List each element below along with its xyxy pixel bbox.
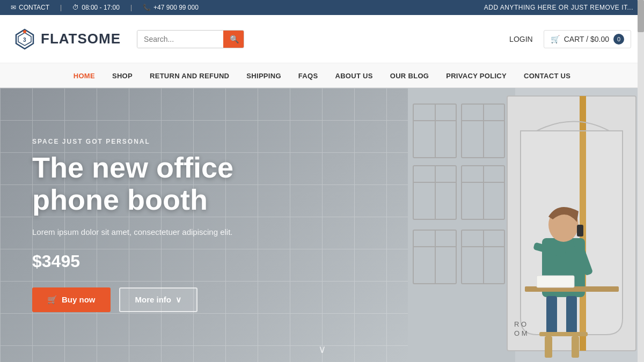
scrollbar[interactable] bbox=[638, 0, 644, 362]
nav-item-about[interactable]: ABOUT US bbox=[327, 68, 380, 84]
svg-point-2 bbox=[23, 30, 26, 33]
chevron-down-icon: ∨ bbox=[175, 295, 181, 305]
svg-text:R  O: R O bbox=[514, 320, 526, 328]
cart-icon: 🛒 bbox=[551, 35, 560, 43]
clock-icon: ⏱ bbox=[72, 4, 79, 11]
envelope-icon: ✉ bbox=[11, 4, 16, 11]
nav-item-shop[interactable]: SHOP bbox=[105, 68, 140, 84]
svg-rect-37 bbox=[572, 336, 579, 358]
scroll-down-arrow[interactable]: ∨ bbox=[318, 343, 326, 356]
nav-item-blog[interactable]: OUR BLOG bbox=[383, 68, 436, 84]
logo-text: FLATSOME bbox=[41, 31, 121, 47]
svg-rect-8 bbox=[435, 104, 436, 158]
svg-rect-14 bbox=[435, 166, 436, 219]
nav-list: HOME SHOP RETURN AND REFUND SHIPPING FAQ… bbox=[66, 71, 579, 80]
hero-title: The new office phone booth bbox=[32, 152, 376, 216]
more-info-button[interactable]: More info ∨ bbox=[119, 287, 198, 312]
hero-price: $3495 bbox=[32, 252, 376, 271]
buy-now-button[interactable]: 🛒 Buy now bbox=[32, 287, 111, 312]
hero-content: SPACE JUST GOT PERSONAL The new office p… bbox=[0, 88, 408, 362]
top-bar: ✉ CONTACT | ⏱ 08:00 - 17:00 | 📞 +47 900 … bbox=[0, 0, 644, 15]
svg-rect-32 bbox=[537, 276, 574, 287]
hours-item: ⏱ 08:00 - 17:00 bbox=[72, 4, 120, 11]
nav-item-shipping[interactable]: SHIPPING bbox=[239, 68, 289, 84]
divider-1: | bbox=[60, 4, 62, 11]
hero-description: Lorem ipsum dolor sit amet, consectetuer… bbox=[32, 226, 376, 239]
hero-subtitle: SPACE JUST GOT PERSONAL bbox=[32, 138, 376, 145]
logo-icon: 3 bbox=[13, 27, 36, 51]
booth-illustration: R O O M bbox=[408, 88, 644, 362]
phone-item[interactable]: 📞 +47 900 99 000 bbox=[143, 4, 199, 11]
svg-rect-11 bbox=[483, 104, 484, 158]
cart-badge: 0 bbox=[613, 34, 624, 45]
nav-item-return[interactable]: RETURN AND REFUND bbox=[142, 68, 237, 84]
nav-item-contact[interactable]: CONTACT US bbox=[516, 68, 578, 84]
search-bar[interactable]: 🔍 bbox=[137, 30, 244, 48]
search-icon: 🔍 bbox=[230, 35, 239, 43]
logo[interactable]: 3 FLATSOME bbox=[13, 27, 121, 51]
svg-rect-36 bbox=[545, 336, 552, 358]
svg-text:3: 3 bbox=[23, 37, 26, 43]
cart-icon: 🛒 bbox=[47, 295, 57, 305]
search-input[interactable] bbox=[137, 31, 223, 48]
login-link[interactable]: LOGIN bbox=[509, 35, 533, 43]
divider-2: | bbox=[130, 4, 132, 11]
phone-icon: 📞 bbox=[143, 4, 151, 11]
svg-rect-33 bbox=[546, 296, 557, 334]
nav-item-faqs[interactable]: FAQS bbox=[291, 68, 326, 84]
svg-rect-23 bbox=[483, 230, 484, 284]
hours-label: 08:00 - 17:00 bbox=[82, 4, 120, 11]
header: 3 FLATSOME 🔍 LOGIN 🛒 CART / $0.00 0 bbox=[0, 15, 644, 63]
hero-section: R O O M SPACE JUST GOT PERSONAL The new … bbox=[0, 88, 644, 362]
header-right: LOGIN 🛒 CART / $0.00 0 bbox=[509, 30, 631, 48]
scrollbar-thumb[interactable] bbox=[638, 0, 644, 32]
svg-rect-17 bbox=[483, 166, 484, 219]
cart-label: CART / $0.00 bbox=[564, 35, 609, 43]
svg-rect-34 bbox=[566, 296, 577, 334]
top-bar-left: ✉ CONTACT | ⏱ 08:00 - 17:00 | 📞 +47 900 … bbox=[11, 4, 199, 11]
hero-buttons: 🛒 Buy now More info ∨ bbox=[32, 287, 376, 312]
svg-rect-29 bbox=[577, 225, 583, 237]
cart-button[interactable]: 🛒 CART / $0.00 0 bbox=[544, 30, 631, 48]
svg-text:O  M: O M bbox=[514, 329, 528, 337]
phone-label: +47 900 99 000 bbox=[153, 4, 199, 11]
top-bar-promo: ADD ANYTHING HERE OR JUST REMOVE IT... bbox=[484, 4, 633, 11]
main-nav: HOME SHOP RETURN AND REFUND SHIPPING FAQ… bbox=[0, 63, 644, 88]
search-button[interactable]: 🔍 bbox=[223, 31, 244, 48]
nav-item-privacy[interactable]: PRIVACY POLICY bbox=[438, 68, 514, 84]
nav-item-home[interactable]: HOME bbox=[66, 68, 103, 84]
svg-rect-35 bbox=[539, 332, 588, 336]
hero-right-panel: R O O M bbox=[408, 88, 644, 362]
contact-item[interactable]: ✉ CONTACT bbox=[11, 4, 49, 11]
contact-label: CONTACT bbox=[19, 4, 49, 11]
svg-rect-20 bbox=[435, 230, 436, 284]
